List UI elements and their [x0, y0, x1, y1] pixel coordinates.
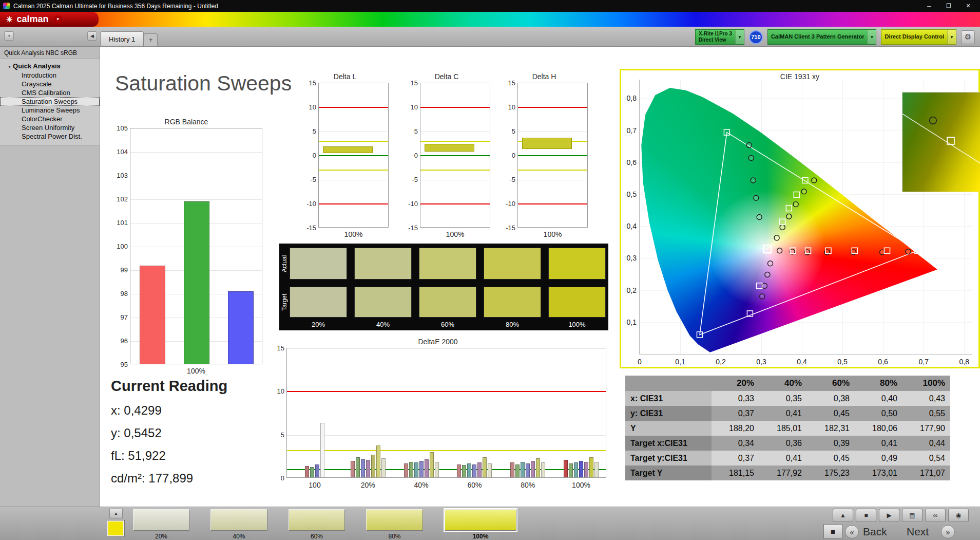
pattern-generator-button[interactable]: CalMAN Client 3 Pattern Generator ▼: [767, 29, 877, 45]
deltae-bar: [320, 423, 324, 477]
current-pattern-swatch[interactable]: [107, 520, 124, 536]
pattern-swatch-20[interactable]: [133, 509, 189, 531]
delta-l-xlabel: 100%: [318, 230, 389, 238]
workspace-options-button[interactable]: •: [4, 31, 14, 41]
maximize-button[interactable]: ❐: [940, 1, 957, 11]
add-tab-button[interactable]: +: [144, 33, 158, 46]
current-target-point: [763, 245, 771, 253]
workflow-header: Quick Analysis NBC sRGB: [0, 47, 100, 58]
snapshot-button[interactable]: ◉: [948, 509, 969, 522]
table-header-cell: 40%: [759, 376, 807, 391]
y-axis-tick: 15: [401, 79, 418, 87]
gamut-triangle: [700, 133, 917, 335]
rgb-bar-green: [184, 201, 209, 364]
stop-button[interactable]: ■: [856, 509, 876, 522]
saturation-data-table: 20%40%60%80%100%x: CIE310,330,350,380,40…: [625, 376, 950, 480]
calman-dropdown-icon[interactable]: ▼: [54, 15, 62, 24]
y-axis-tick: 0: [267, 474, 284, 482]
pattern-swatch-40[interactable]: [210, 509, 267, 531]
swatch-actual-20: [290, 248, 347, 280]
table-cell: 185,01: [759, 421, 807, 436]
table-cell: 0,33: [712, 391, 759, 406]
pattern-swatch-label: 40%: [210, 533, 267, 540]
pattern-swatch-label: 80%: [366, 533, 423, 540]
table-cell: 0,41: [855, 436, 902, 451]
table-cell: 0,36: [759, 436, 807, 451]
continuous-measure-button[interactable]: ∞: [925, 509, 946, 522]
play-button[interactable]: ▶: [879, 509, 899, 522]
page-title: Saturation Sweeps: [115, 71, 292, 96]
y-axis-tick: 101: [111, 219, 128, 227]
back-chevron-button[interactable]: «: [845, 525, 859, 538]
sidebar-item-introduction[interactable]: Introduction: [0, 71, 100, 80]
next-chevron-button[interactable]: »: [941, 525, 955, 538]
sidebar-item-screen-uniformity[interactable]: Screen Uniformity: [0, 123, 100, 132]
deltae-bar: [305, 466, 309, 477]
generator-dropdown-icon[interactable]: ▼: [867, 30, 876, 44]
save-button[interactable]: ▤: [902, 509, 923, 522]
target-point: [794, 192, 799, 198]
collapse-sidebar-button[interactable]: ◀: [87, 31, 97, 41]
sidebar-item-luminance-sweeps[interactable]: Luminance Sweeps: [0, 106, 100, 115]
pattern-swatch-60[interactable]: [289, 509, 345, 531]
y-axis-tick: 0,2: [622, 286, 637, 294]
current-reading-value: fL: 51,922: [111, 445, 227, 467]
titlebar: Calman 2025 Calman Ultimate for Business…: [0, 0, 980, 12]
meter-device-button[interactable]: X-Rite i1Pro 3 Direct View ▼: [695, 29, 744, 45]
deltae-bar: [574, 462, 578, 477]
sidebar-root-quick-analysis[interactable]: ▾Quick Analysis: [0, 61, 100, 71]
y-axis-tick: 15: [267, 344, 284, 352]
deltae-bar: [409, 462, 413, 477]
deltae-bar: [521, 462, 525, 477]
sidebar-item-saturation-sweeps[interactable]: Saturation Sweeps: [0, 97, 100, 106]
table-header-cell: 60%: [807, 376, 855, 391]
calman-menu-button[interactable]: ✳ calman ▼: [0, 12, 99, 27]
meter-dropdown-icon[interactable]: ▼: [735, 30, 744, 44]
sidebar: Quick Analysis NBC sRGB ▾Quick AnalysisI…: [0, 47, 100, 507]
delta-bar: [522, 138, 572, 149]
current-reading-title: Current Reading: [111, 378, 227, 395]
rgb-balance-title: RGB Balance: [109, 118, 263, 128]
target-point: [815, 165, 821, 171]
pattern-swatch-80[interactable]: [366, 509, 423, 531]
sidebar-item-spectral-power-dist[interactable]: Spectral Power Dist.: [0, 132, 100, 141]
table-cell: 182,31: [807, 421, 855, 436]
current-reading-value: cd/m²: 177,899: [111, 468, 227, 489]
sidebar-toolbar: • ◀: [0, 27, 100, 46]
measurement-point: [780, 225, 785, 230]
table-cell: 180,06: [855, 421, 902, 436]
minimize-button[interactable]: ─: [920, 1, 938, 11]
pattern-up-button[interactable]: ▲: [109, 509, 123, 518]
display-control-label: Direct Display Control: [885, 33, 944, 40]
gridline: [518, 180, 587, 180]
display-dropdown-icon[interactable]: ▼: [947, 30, 956, 44]
back-button[interactable]: Back: [863, 526, 887, 538]
y-axis-tick: -5: [498, 176, 515, 183]
sidebar-item-cms-calibration[interactable]: CMS Calibration: [0, 88, 100, 97]
y-axis-tick: 0: [299, 152, 316, 159]
pattern-swatch-100[interactable]: [445, 509, 516, 531]
sidebar-item-grayscale[interactable]: Grayscale: [0, 80, 100, 88]
display-control-button[interactable]: Direct Display Control ▼: [881, 29, 956, 45]
table-cell: 177,92: [759, 465, 807, 480]
pattern-window-button[interactable]: ■: [823, 524, 842, 539]
yellow-limit-line: [287, 450, 606, 451]
y-axis-tick: 5: [401, 127, 418, 135]
deltae-bar: [515, 464, 520, 477]
gridline: [518, 132, 587, 132]
app-window: Calman 2025 Calman Ultimate for Business…: [0, 0, 980, 540]
table-cell: 0,54: [902, 451, 950, 465]
settings-gear-button[interactable]: ⚙: [961, 30, 975, 44]
next-button[interactable]: Next: [907, 526, 929, 538]
green-target-line: [319, 155, 388, 156]
y-axis-tick: 102: [111, 195, 128, 203]
y-axis-tick: 0,8: [622, 94, 637, 102]
rgb-balance-plot: 9596979899100101102103104105: [130, 128, 262, 364]
tab-history-1[interactable]: History 1: [100, 31, 144, 46]
gridline: [319, 132, 388, 132]
swatch-col-label: 80%: [484, 321, 541, 328]
close-button[interactable]: ✕: [959, 1, 977, 11]
measurement-point: [812, 178, 817, 183]
sidebar-item-colorchecker[interactable]: ColorChecker: [0, 115, 100, 123]
up-button[interactable]: ▲: [833, 509, 853, 522]
